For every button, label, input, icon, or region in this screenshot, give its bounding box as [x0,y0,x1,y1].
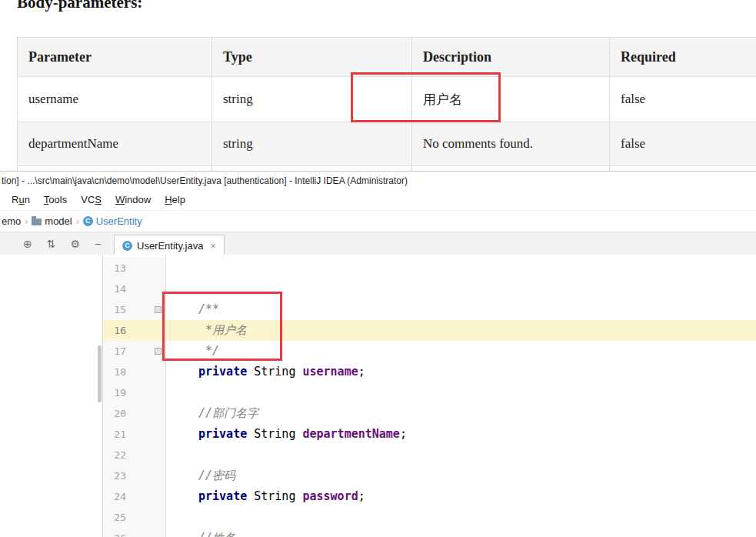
gutter: 16 [103,320,165,341]
class-icon: C [83,216,93,226]
table-row: usernamestring用户名false [18,77,756,122]
line-number: 24 [103,486,126,507]
gutter: 21 [103,424,165,445]
token: String [247,489,302,503]
code-text: private String password; [165,486,365,507]
token: private [198,427,247,441]
menu-run[interactable]: Run [5,190,37,210]
menu-help[interactable]: Help [158,190,192,210]
gutter: 26 [103,528,165,537]
line-number: 19 [103,382,126,403]
code-text [165,445,198,465]
code-text: //部门名字 [165,403,258,424]
code-line-22[interactable]: 22 [103,445,756,465]
editor[interactable]: 131415/**16 *用户名17 */18private String us… [0,255,756,537]
line-number: 26 [103,528,126,537]
doc-heading: Body-parameters: [17,0,142,12]
breadcrumb-item-userentity[interactable]: CUserEntity [83,215,142,227]
column-header-type: Type [212,38,412,77]
code-line-19[interactable]: 19 [103,382,756,403]
menu-bar: RunToolsVCSWindowHelp [0,190,756,211]
code-line-23[interactable]: 23//密码 [103,465,756,486]
settings-gear-icon[interactable]: ⚙ [70,238,80,250]
code-line-20[interactable]: 20//部门名字 [103,403,756,424]
gutter: 14 [103,279,165,299]
menu-vcs[interactable]: VCS [74,190,108,210]
breadcrumb: emo›model›CUserEntity [0,211,756,232]
hide-panel-icon[interactable]: − [95,238,101,250]
scrollbar-thumb[interactable] [98,345,102,402]
doc-section: Body-parameters: ParameterTypeDescriptio… [0,0,756,171]
token: password [302,489,358,503]
column-header-required: Required [610,38,756,77]
gutter: 13 [103,258,165,279]
token: ; [400,427,407,441]
fold-marker-icon[interactable] [155,348,162,355]
code-text: private String departmentName; [165,424,407,445]
token: */ [198,344,219,358]
code-text: //密码 [165,465,235,486]
line-number: 20 [103,403,126,424]
token: String [247,427,302,441]
tab-bar: ⊕⇅⚙− C UserEntity.java × [0,232,756,255]
folder-icon [32,218,42,225]
line-number: 23 [103,465,126,486]
code-text [165,507,198,528]
line-number: 21 [103,424,126,445]
breadcrumb-item-emo[interactable]: emo [2,215,21,227]
token: private [198,365,247,379]
code-line-17[interactable]: 17 */ [103,341,756,362]
code-text: /** [165,299,219,320]
gutter: 19 [103,382,165,403]
code-text: private String username; [165,362,365,382]
code-text: */ [165,341,219,362]
line-number: 17 [103,341,126,362]
code-line-13[interactable]: 13 [103,258,756,279]
line-number: 18 [103,362,126,382]
parameters-table: ParameterTypeDescriptionRequired usernam… [17,37,756,171]
token: //密码 [198,469,235,482]
gutter: 18 [103,362,165,382]
cell-required: false [610,77,756,122]
menu-tools[interactable]: Tools [37,190,74,210]
window-title: tion] - ...\src\main\java\cn\demo\model\… [2,175,408,186]
cell-type: string [212,122,412,166]
code-line-15[interactable]: 15/** [103,299,756,320]
code-line-16[interactable]: 16 *用户名 [103,320,756,341]
breadcrumb-item-model[interactable]: model [32,215,72,227]
fold-marker-icon[interactable] [155,306,162,313]
code-line-24[interactable]: 24private String password; [103,486,756,507]
token: *用户名 [198,323,247,337]
code-line-18[interactable]: 18private String username; [103,362,756,382]
table-header-row: ParameterTypeDescriptionRequired [18,38,756,77]
gutter: 22 [103,445,165,465]
line-number: 16 [103,320,126,341]
breadcrumb-separator-icon: › [76,216,79,227]
gutter: 15 [103,299,165,320]
tab-userentity-java[interactable]: C UserEntity.java × [114,235,225,255]
token: String [247,365,302,379]
table-row: departmentNamestringNo comments found.fa… [18,122,756,166]
line-number: 14 [103,279,126,299]
code-line-14[interactable]: 14 [103,279,756,299]
code-line-25[interactable]: 25 [103,507,756,528]
code-line-21[interactable]: 21private String departmentName; [103,424,756,445]
token: private [198,489,247,503]
tab-close-icon[interactable]: × [210,240,216,252]
code-text [165,382,198,403]
breadcrumb-label: emo [2,215,21,227]
cell-required: false [610,122,756,166]
token: ; [358,365,365,379]
menu-window[interactable]: Window [108,190,158,210]
code-text: //姓名 [165,528,235,537]
project-panel [0,255,103,537]
code-line-26[interactable]: 26//姓名 [103,528,756,537]
tab-label: UserEntity.java [137,240,203,252]
project-panel-toolbar: ⊕⇅⚙− [23,232,101,255]
token: //姓名 [198,531,235,537]
token: username [302,365,358,379]
cell-description: No comments found. [412,122,610,166]
scroll-from-source-icon[interactable]: ⇅ [47,238,56,250]
locate-file-icon[interactable]: ⊕ [23,238,32,250]
column-header-description: Description [412,38,610,77]
